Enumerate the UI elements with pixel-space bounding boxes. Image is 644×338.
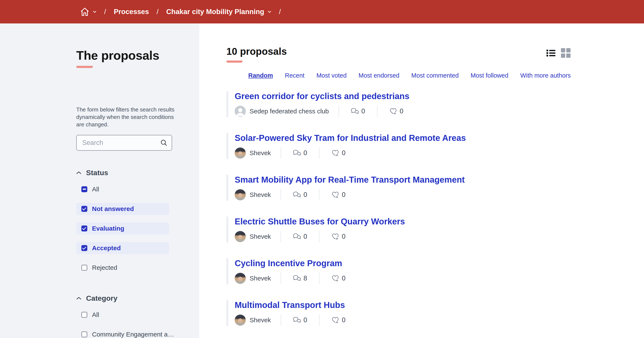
endorse-heart-plus-icon (331, 191, 339, 198)
proposal-author-link[interactable]: Sedep federated chess club (250, 108, 338, 115)
filter-status-accepted[interactable]: Accepted (76, 242, 169, 254)
endorse-heart-plus-icon (331, 149, 339, 157)
proposal-title-link[interactable]: Green corridor for cyclists and pedestri… (235, 91, 409, 101)
endorsements-count: 0 (342, 233, 346, 240)
top-header: / Processes / Chakar city Mobility Plann… (0, 0, 644, 24)
sort-most-followed[interactable]: Most followed (471, 72, 508, 79)
endorse-heart-plus-icon (389, 108, 397, 115)
endorsements-count: 0 (342, 274, 346, 282)
filter-option-label: Evaluating (92, 225, 124, 232)
sort-recent[interactable]: Recent (285, 72, 304, 79)
checkbox-checked[interactable] (81, 206, 87, 212)
chevron-down-icon (93, 11, 96, 13)
proposal-title-link[interactable]: Solar-Powered Sky Tram for Industrial an… (235, 133, 466, 143)
comments-stat: 0 (281, 316, 319, 324)
endorsements-stat: 0 (320, 149, 357, 157)
proposal-author-link[interactable]: Shevek (250, 316, 281, 324)
search-box (76, 135, 172, 151)
proposal-edge-bar (226, 300, 228, 326)
comments-count: 0 (304, 149, 307, 157)
filter-section-header[interactable]: Status (76, 169, 199, 177)
author-avatar (235, 314, 246, 326)
proposal-author-link[interactable]: Shevek (250, 275, 281, 282)
checkbox-checked[interactable] (81, 245, 87, 251)
filter-section-category: Category All Community Engagement a… (76, 294, 199, 338)
comments-icon (293, 191, 301, 198)
filter-option-label: All (92, 186, 99, 193)
comments-stat: 0 (281, 149, 319, 157)
list-view-icon (546, 49, 556, 57)
endorse-heart-plus-icon (331, 316, 339, 324)
filter-category-community-engagement-a[interactable]: Community Engagement a… (76, 328, 169, 338)
comments-icon (293, 275, 301, 282)
proposal-title-link[interactable]: Smart Mobility App for Real-Time Transpo… (235, 175, 465, 185)
filter-section-header[interactable]: Category (76, 294, 199, 302)
breadcrumb-separator: / (279, 8, 281, 16)
count-accent-bar (226, 61, 242, 63)
proposal-title-link[interactable]: Multimodal Transport Hubs (235, 300, 345, 310)
endorsements-count: 0 (342, 191, 346, 199)
proposal-title-link[interactable]: Cycling Incentive Program (235, 258, 342, 268)
proposal-title-link[interactable]: Electric Shuttle Buses for Quarry Worker… (235, 216, 405, 226)
proposal-edge-bar (226, 175, 228, 201)
breadcrumb-process-link[interactable]: Chakar city Mobility Planning (166, 8, 264, 16)
home-icon (80, 8, 90, 16)
comments-icon (293, 233, 301, 240)
grid-view-icon (561, 48, 571, 58)
sort-most-voted[interactable]: Most voted (316, 72, 347, 79)
person-placeholder-icon (235, 106, 246, 117)
grid-view-button[interactable] (561, 48, 571, 58)
proposals-count-title: 10 proposals (226, 46, 287, 57)
proposal-item: Green corridor for cyclists and pedestri… (226, 91, 644, 117)
comments-count: 8 (304, 274, 307, 282)
filter-note: The form below filters the search result… (76, 106, 176, 129)
search-input[interactable] (82, 139, 160, 147)
chevron-up-icon (76, 297, 81, 300)
filter-status-all[interactable]: All (76, 183, 169, 195)
endorsements-stat: 0 (320, 274, 357, 282)
sort-most-endorsed[interactable]: Most endorsed (359, 72, 400, 79)
title-accent-bar (76, 66, 93, 68)
author-avatar (235, 106, 246, 117)
proposal-author-link[interactable]: Shevek (250, 149, 281, 157)
checkbox-unchecked[interactable] (81, 312, 87, 318)
filter-status-evaluating[interactable]: Evaluating (76, 222, 169, 234)
checkbox-unchecked[interactable] (81, 265, 87, 271)
endorsements-stat: 0 (320, 191, 357, 199)
proposal-author-link[interactable]: Shevek (250, 191, 281, 198)
sort-with-more-authors[interactable]: With more authors (520, 72, 571, 79)
filter-option-label: Accepted (92, 244, 121, 252)
endorsements-count: 0 (400, 107, 403, 115)
proposal-item: Electric Shuttle Buses for Quarry Worker… (226, 216, 644, 243)
proposal-edge-bar (226, 133, 228, 159)
breadcrumb-processes-link[interactable]: Processes (114, 8, 149, 16)
proposal-author-link[interactable]: Shevek (250, 233, 281, 240)
checkbox-indeterminate[interactable] (81, 186, 87, 192)
list-view-button[interactable] (546, 49, 556, 57)
comments-stat: 0 (281, 191, 319, 199)
breadcrumb-separator: / (104, 8, 106, 16)
checkbox-unchecked[interactable] (81, 331, 87, 337)
endorsements-count: 0 (342, 316, 346, 324)
proposal-edge-bar (226, 216, 228, 243)
sort-random[interactable]: Random (248, 72, 273, 79)
filter-options: All Community Engagement a… (76, 309, 199, 338)
checkbox-checked[interactable] (81, 225, 87, 231)
search-icon[interactable] (160, 139, 168, 146)
sort-most-commented[interactable]: Most commented (411, 72, 458, 79)
endorse-heart-plus-icon (331, 233, 339, 240)
filter-section-status: Status All Not answered Evaluating Accep… (76, 169, 199, 274)
filter-category-all[interactable]: All (76, 309, 169, 321)
filter-status-rejected[interactable]: Rejected (76, 262, 169, 274)
home-button[interactable] (80, 8, 90, 16)
filter-status-not-answered[interactable]: Not answered (76, 203, 169, 215)
process-dropdown-caret[interactable] (268, 11, 271, 13)
proposal-item: Cycling Incentive Program Shevek (226, 258, 644, 284)
comments-stat: 8 (281, 274, 319, 282)
filter-sections: Status All Not answered Evaluating Accep… (76, 169, 199, 338)
home-dropdown-caret[interactable] (93, 11, 96, 13)
comments-stat: 0 (339, 107, 377, 115)
comments-count: 0 (304, 316, 307, 324)
filter-option-label: Rejected (92, 264, 117, 271)
proposal-meta: Shevek 8 0 (235, 272, 357, 284)
